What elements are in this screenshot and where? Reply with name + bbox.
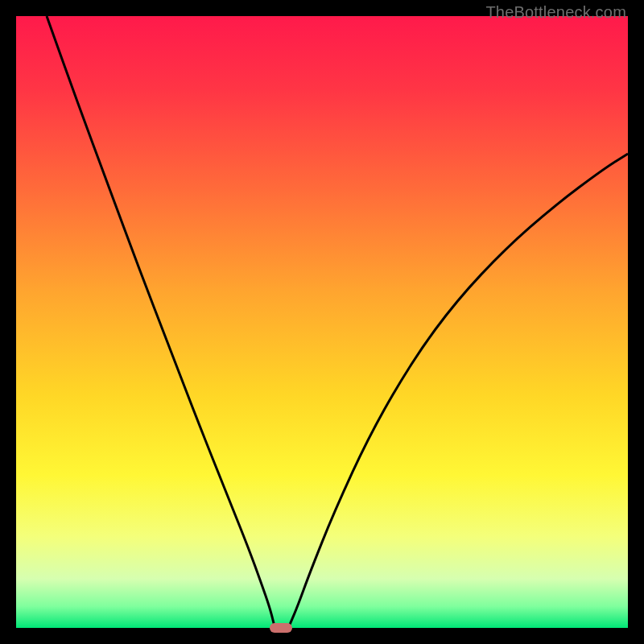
chart-frame (16, 16, 628, 628)
watermark-text: TheBottleneck.com (485, 3, 626, 22)
gradient-background (16, 16, 628, 628)
optimal-point-marker (270, 623, 292, 633)
bottleneck-chart (16, 16, 628, 628)
